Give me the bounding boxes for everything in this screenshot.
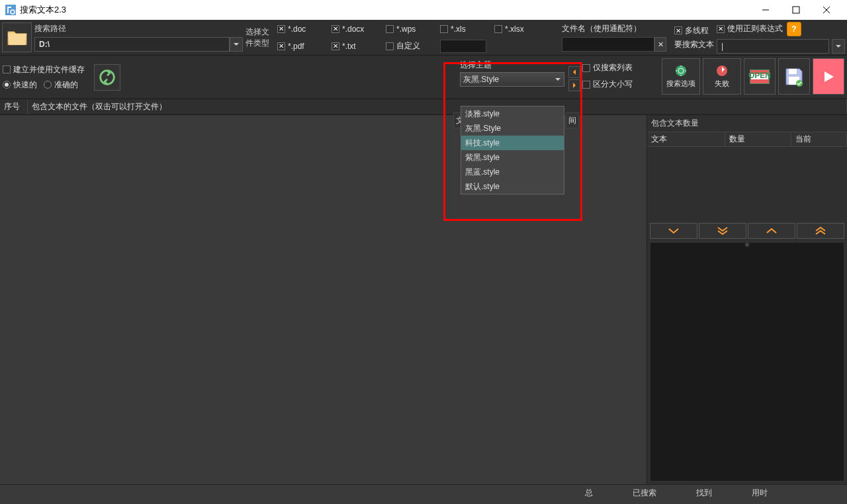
theme-label: 选择主题 — [460, 60, 564, 71]
search-text-input[interactable] — [717, 39, 829, 54]
theme-group: 选择主题 灰黑.Style — [460, 60, 564, 87]
window-title: 搜索文本2.3 — [20, 4, 750, 16]
status-elapsed: 用时 — [752, 487, 768, 499]
right-col-text[interactable]: 文本 — [647, 132, 725, 146]
search-opts: 仅搜索列表 区分大小写 — [582, 62, 633, 90]
big-buttons: 搜索选项 失败 OPEN — [662, 58, 844, 95]
save-button[interactable] — [778, 58, 810, 95]
chk-wps[interactable]: *.wps — [386, 24, 439, 34]
path-group: 搜索路径 — [34, 23, 243, 52]
status-found: 找到 — [696, 487, 712, 499]
filename-group: 文件名（使用通配符） ✕ — [562, 23, 666, 52]
right-options: 多线程 要搜索文本 — [674, 25, 714, 50]
radio-fast[interactable]: 快速的 — [3, 79, 37, 91]
chk-doc[interactable]: *.doc — [277, 24, 330, 34]
chk-regex[interactable]: 使用正则表达式 — [717, 23, 783, 34]
folder-icon[interactable] — [2, 22, 32, 52]
filename-label: 文件名（使用通配符） — [562, 23, 666, 34]
theme-option[interactable]: 默认.style — [461, 179, 564, 194]
nav-up-button[interactable] — [748, 223, 795, 239]
svg-rect-14 — [789, 69, 797, 74]
right-col-count[interactable]: 数量 — [725, 132, 791, 146]
svg-point-7 — [676, 65, 686, 76]
path-dropdown-button[interactable] — [230, 37, 243, 52]
statusbar: 总 已搜索 找到 用时 — [0, 484, 847, 501]
chk-case-sensitive[interactable]: 区分大小写 — [582, 79, 633, 90]
clear-filename-button[interactable]: ✕ — [654, 37, 666, 52]
custom-ext-input[interactable] — [440, 40, 486, 53]
failed-button[interactable]: 失败 — [703, 58, 741, 95]
nav-arrows — [647, 221, 847, 241]
arrow-left-button[interactable] — [568, 66, 580, 78]
maximize-button[interactable] — [781, 0, 811, 20]
main-area: 包含文本数量 文本 数量 当前 — [0, 115, 847, 484]
filetype-label: 选择文件类型 — [245, 26, 275, 49]
svg-text:OPEN: OPEN — [748, 71, 771, 80]
right-body — [647, 147, 847, 221]
svg-rect-3 — [793, 7, 799, 13]
close-button[interactable] — [811, 0, 842, 20]
col-seq[interactable]: 序号 — [0, 99, 28, 114]
radio-accurate[interactable]: 准确的 — [44, 79, 78, 91]
search-text-dropdown[interactable] — [832, 39, 845, 54]
right-columns: 文本 数量 当前 — [647, 132, 847, 147]
titlebar: 搜索文本2.3 — [0, 0, 847, 20]
theme-option[interactable]: 黑蓝.style — [461, 165, 564, 179]
search-text-label: 要搜索文本 — [674, 39, 714, 50]
chk-multithread[interactable]: 多线程 — [674, 25, 714, 36]
help-button[interactable]: ? — [787, 22, 801, 36]
refresh-button[interactable] — [94, 64, 120, 91]
chk-custom[interactable]: 自定义 — [386, 40, 439, 52]
chk-xlsx[interactable]: *.xlsx — [494, 24, 547, 34]
search-options-button[interactable]: 搜索选项 — [662, 58, 700, 95]
theme-dropdown-list[interactable]: 淡雅.style灰黑.Style科技.style紫黑.style黑蓝.style… — [461, 106, 564, 194]
chk-pdf[interactable]: *.pdf — [277, 42, 330, 51]
right-header: 包含文本数量 — [647, 115, 847, 132]
minimize-button[interactable] — [750, 0, 781, 20]
toolbar-row-2: 建立并使用文件缓存 快速的 准确的 选择主题 灰黑.Style 仅搜索列表 区分… — [0, 56, 847, 99]
results-header: 序号 包含文本的文件（双击可以打开文件） — [0, 99, 847, 115]
right-col-current[interactable]: 当前 — [791, 132, 847, 146]
chk-txt[interactable]: *.txt — [332, 42, 384, 51]
open-button[interactable]: OPEN — [744, 58, 776, 95]
col-file[interactable]: 包含文本的文件（双击可以打开文件） — [28, 99, 847, 114]
status-total: 总 — [585, 487, 593, 499]
theme-option[interactable]: 科技.style — [461, 136, 564, 150]
chk-xls[interactable]: *.xls — [440, 24, 493, 34]
app-icon — [5, 5, 16, 15]
svg-point-6 — [101, 70, 114, 84]
chk-docx[interactable]: *.docx — [332, 24, 384, 34]
status-searched: 已搜索 — [633, 487, 656, 499]
theme-option[interactable]: 灰黑.Style — [461, 121, 564, 136]
filetype-grid: *.doc *.docx *.wps *.xls *.xlsx *.pdf *.… — [277, 21, 547, 54]
theme-option[interactable]: 淡雅.style — [461, 106, 564, 121]
theme-option[interactable]: 紫黑.style — [461, 150, 564, 165]
chk-only-list[interactable]: 仅搜索列表 — [582, 62, 633, 73]
toolbar-row-1: 搜索路径 选择文件类型 *.doc *.docx *.wps *.xls *.x… — [0, 20, 847, 56]
path-input[interactable] — [34, 37, 230, 52]
filename-input[interactable] — [562, 37, 654, 52]
arrow-buttons — [568, 66, 580, 91]
nav-down-button[interactable] — [650, 223, 697, 239]
chk-cache[interactable]: 建立并使用文件缓存 — [3, 64, 85, 75]
arrow-right-button[interactable] — [568, 79, 580, 91]
cache-group: 建立并使用文件缓存 快速的 准确的 — [3, 64, 85, 91]
col-truncated-2[interactable]: 间 — [566, 112, 579, 128]
right-pane: 包含文本数量 文本 数量 当前 — [647, 115, 847, 484]
nav-double-up-button[interactable] — [797, 223, 844, 239]
path-label: 搜索路径 — [34, 23, 243, 34]
nav-double-down-button[interactable] — [699, 223, 746, 239]
theme-select[interactable]: 灰黑.Style — [460, 72, 564, 87]
play-button[interactable] — [813, 58, 844, 95]
preview-area — [650, 242, 844, 482]
